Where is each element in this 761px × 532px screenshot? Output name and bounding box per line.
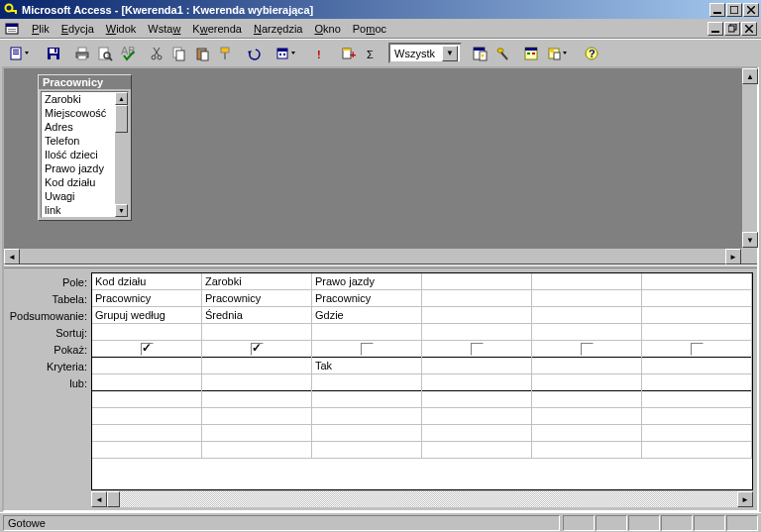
grid-cell[interactable]: Grupuj według <box>92 307 202 324</box>
grid-cell[interactable] <box>202 442 312 459</box>
field-item[interactable]: Prawo jazdy <box>42 161 115 175</box>
menu-plik[interactable]: Plik <box>26 21 55 37</box>
grid-cell[interactable]: Kod działu <box>92 273 202 290</box>
build-button[interactable] <box>490 43 513 64</box>
top-values-input[interactable] <box>394 48 442 59</box>
grid-cell[interactable] <box>532 408 642 425</box>
grid-cell[interactable] <box>92 442 202 459</box>
minimize-button[interactable] <box>709 3 725 17</box>
undo-button[interactable] <box>242 43 265 64</box>
copy-button[interactable] <box>167 43 190 64</box>
properties-button[interactable] <box>468 43 490 64</box>
grid-cell[interactable]: Tak <box>312 358 422 374</box>
grid-cell[interactable] <box>532 341 642 358</box>
field-item[interactable]: Kod działu <box>42 175 115 189</box>
scroll-left-button[interactable]: ◄ <box>4 249 20 265</box>
grid-cell[interactable] <box>642 391 752 408</box>
grid-cell[interactable] <box>642 273 752 290</box>
grid-cell[interactable] <box>202 425 312 442</box>
grid-cell[interactable] <box>92 391 202 408</box>
save-button[interactable] <box>42 43 64 64</box>
grid-cell[interactable] <box>422 425 532 442</box>
print-preview-button[interactable] <box>93 43 116 64</box>
scroll-up-button[interactable]: ▲ <box>742 68 758 84</box>
grid-cell[interactable] <box>642 341 752 358</box>
grid-cell[interactable] <box>642 408 752 425</box>
grid-cell[interactable] <box>642 324 752 341</box>
field-item[interactable]: Adres <box>42 120 115 134</box>
grid-cell[interactable] <box>92 408 202 425</box>
maximize-button[interactable] <box>726 3 742 17</box>
mdi-close-button[interactable] <box>741 22 757 36</box>
grid-cell[interactable]: Pracownicy <box>312 290 422 307</box>
menu-wstaw[interactable]: Wstaw <box>142 21 186 37</box>
grid-cell[interactable] <box>92 358 202 374</box>
show-checkbox[interactable] <box>251 343 264 356</box>
grid-cell[interactable] <box>532 290 642 307</box>
print-button[interactable] <box>70 43 93 64</box>
grid-cell[interactable] <box>202 391 312 408</box>
grid-cell[interactable] <box>642 374 752 391</box>
mdi-minimize-button[interactable] <box>707 22 723 36</box>
menu-narzędzia[interactable]: Narzędzia <box>248 21 309 37</box>
grid-cell[interactable] <box>312 374 422 391</box>
grid-cell[interactable]: Średnia <box>202 307 312 324</box>
grid-cell[interactable]: Pracownicy <box>92 290 202 307</box>
table-pracownicy[interactable]: Pracownicy ZarobkiMiejscowośćAdresTelefo… <box>38 74 132 221</box>
cut-button[interactable] <box>145 43 167 64</box>
new-object-button[interactable] <box>542 43 574 64</box>
grid-cell[interactable] <box>312 425 422 442</box>
scroll-thumb[interactable] <box>107 491 120 507</box>
grid-cell[interactable] <box>312 341 422 358</box>
grid-cell[interactable]: Gdzie <box>312 307 422 324</box>
menu-okno[interactable]: Okno <box>308 21 346 37</box>
grid-cell[interactable] <box>532 374 642 391</box>
grid-cell[interactable] <box>422 273 532 290</box>
grid-cell[interactable] <box>422 374 532 391</box>
scroll-left-button[interactable]: ◄ <box>91 491 107 507</box>
show-checkbox[interactable] <box>141 343 154 356</box>
help-button[interactable]: ? <box>580 43 602 64</box>
grid-cell[interactable] <box>312 442 422 459</box>
grid-cell[interactable] <box>532 425 642 442</box>
field-item[interactable]: Uwagi <box>42 189 115 203</box>
scroll-up-button[interactable]: ▲ <box>115 92 128 105</box>
show-checkbox[interactable] <box>361 343 374 356</box>
show-checkbox[interactable] <box>471 343 484 356</box>
grid-cell[interactable] <box>532 442 642 459</box>
query-type-button[interactable] <box>271 43 302 64</box>
grid-cell[interactable] <box>422 307 532 324</box>
grid-cell[interactable] <box>202 408 312 425</box>
grid-cell[interactable] <box>422 324 532 341</box>
grid-cell[interactable]: Prawo jazdy <box>312 273 422 290</box>
grid-cell[interactable] <box>312 324 422 341</box>
grid-cell[interactable]: Pracownicy <box>202 290 312 307</box>
grid-cell[interactable] <box>422 358 532 374</box>
combo-dropdown-button[interactable]: ▼ <box>442 46 458 61</box>
paste-button[interactable] <box>190 43 213 64</box>
design-grid[interactable]: Kod działuZarobkiPrawo jazdyPracownicyPr… <box>91 272 753 490</box>
grid-cell[interactable] <box>202 324 312 341</box>
grid-cell[interactable] <box>92 374 202 391</box>
field-item[interactable]: Ilość dzieci <box>42 148 115 161</box>
grid-cell[interactable] <box>92 341 202 358</box>
show-checkbox[interactable] <box>581 343 594 356</box>
show-checkbox[interactable] <box>691 343 704 356</box>
grid-cell[interactable] <box>312 391 422 408</box>
mdi-restore-button[interactable] <box>724 22 740 36</box>
scroll-thumb[interactable] <box>115 105 128 133</box>
scroll-down-button[interactable]: ▼ <box>742 232 758 248</box>
grid-cell[interactable] <box>422 391 532 408</box>
scroll-right-button[interactable]: ► <box>737 491 753 507</box>
view-button[interactable] <box>4 43 36 64</box>
grid-cell[interactable] <box>202 358 312 374</box>
show-table-button[interactable]: + <box>337 43 360 64</box>
upper-vscrollbar[interactable]: ▲ ▼ <box>741 68 757 248</box>
database-window-button[interactable] <box>519 43 542 64</box>
grid-cell[interactable] <box>532 307 642 324</box>
field-item[interactable]: Telefon <box>42 134 115 148</box>
mdi-icon[interactable] <box>4 21 20 37</box>
grid-cell[interactable] <box>642 425 752 442</box>
field-item[interactable]: Miejscowość <box>42 106 115 120</box>
field-item[interactable]: link <box>42 203 115 217</box>
